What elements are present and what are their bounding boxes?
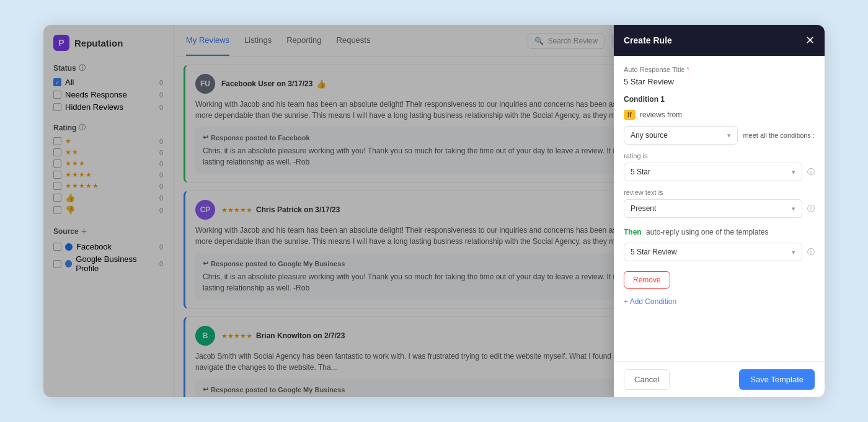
dialog-close-button[interactable]: ✕ (805, 34, 815, 47)
then-label: Then (624, 228, 642, 236)
dialog-overlay: Create Rule ✕ Auto Response Title * 5 St… (43, 25, 825, 397)
cancel-button[interactable]: Cancel (624, 369, 670, 390)
dialog-footer: Cancel Save Template (614, 361, 825, 397)
create-rule-dialog: Create Rule ✕ Auto Response Title * 5 St… (614, 25, 825, 397)
review-text-is-label: review text is (624, 189, 815, 196)
template-select[interactable]: 5 Star Review ▾ (624, 243, 802, 261)
review-text-select[interactable]: Present ▾ (624, 199, 802, 218)
rating-select[interactable]: 5 Star ▾ (624, 163, 802, 181)
auto-response-title-value: 5 Star Review (624, 77, 815, 86)
if-label: If (624, 110, 636, 120)
source-select-row: Any source ▾ meet all the conditions : (624, 126, 815, 145)
source-select[interactable]: Any source ▾ (624, 126, 738, 145)
rating-chevron-icon: ▾ (792, 168, 795, 176)
if-reviews-from: If reviews from (624, 110, 815, 120)
save-template-button[interactable]: Save Template (739, 369, 815, 390)
dialog-title: Create Rule (624, 35, 672, 45)
condition-title: Condition 1 (624, 95, 815, 104)
then-section: Then auto-reply using one of the templat… (624, 228, 815, 236)
review-text-info-icon: ⓘ (807, 204, 815, 214)
template-info-icon: ⓘ (807, 247, 815, 258)
meet-all-text: meet all the conditions : (743, 132, 815, 139)
add-condition-button[interactable]: + Add Condition (624, 297, 676, 306)
rating-info-icon: ⓘ (807, 167, 815, 177)
dialog-header: Create Rule ✕ (614, 25, 825, 56)
rating-is-label: rating is (624, 152, 815, 159)
review-text-chevron-icon: ▾ (792, 205, 795, 213)
remove-button[interactable]: Remove (624, 271, 670, 289)
dialog-body: Auto Response Title * 5 Star Review Cond… (614, 56, 825, 361)
chevron-down-icon: ▾ (727, 132, 731, 140)
auto-response-title-label: Auto Response Title * (624, 66, 815, 73)
template-chevron-icon: ▾ (792, 248, 795, 256)
